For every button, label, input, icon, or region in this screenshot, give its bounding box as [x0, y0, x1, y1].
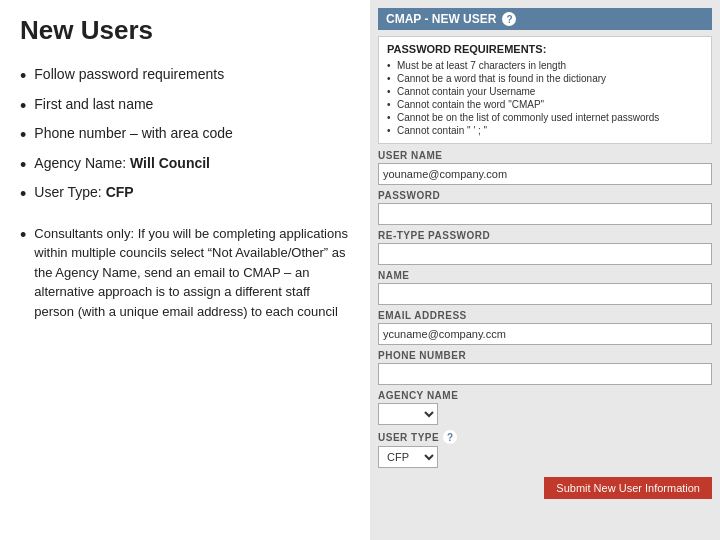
retype-password-input[interactable]	[378, 243, 712, 265]
list-item: Agency Name: Will Council	[20, 155, 350, 177]
agency-label: AGENCY NAME	[378, 390, 712, 401]
username-label: USER NAME	[378, 150, 712, 161]
usertype-label: USER TYPE ?	[378, 430, 712, 444]
phone-label: PHONE NUMBER	[378, 350, 712, 361]
bullet-text: Phone number – with area code	[34, 125, 232, 141]
username-section: USER NAME	[378, 150, 712, 185]
name-label: NAME	[378, 270, 712, 281]
password-rules-list: Must be at least 7 characters in length …	[387, 59, 703, 137]
password-rule: Cannot contain " ' ; "	[387, 124, 703, 137]
retype-password-label: RE-TYPE PASSWORD	[378, 230, 712, 241]
consultants-item: Consultants only: If you will be complet…	[20, 224, 350, 322]
name-input[interactable]	[378, 283, 712, 305]
help-icon[interactable]: ?	[502, 12, 516, 26]
bold-text: Will Council	[130, 155, 210, 171]
usertype-help-icon[interactable]: ?	[443, 430, 457, 444]
left-panel: New Users Follow password requirements F…	[0, 0, 370, 540]
submit-row: Submit New User Information	[378, 473, 712, 499]
bullet-list: Follow password requirements First and l…	[20, 66, 350, 206]
password-section: PASSWORD	[378, 190, 712, 225]
phone-input[interactable]	[378, 363, 712, 385]
list-item: Follow password requirements	[20, 66, 350, 88]
password-requirements-box: PASSWORD REQUIREMENTS: Must be at least …	[378, 36, 712, 144]
list-item: User Type: CFP	[20, 184, 350, 206]
password-input[interactable]	[378, 203, 712, 225]
phone-section: PHONE NUMBER	[378, 350, 712, 385]
password-rule: Cannot be a word that is found in the di…	[387, 72, 703, 85]
form-container: CMAP - NEW USER ? PASSWORD REQUIREMENTS:…	[378, 8, 712, 499]
password-label: PASSWORD	[378, 190, 712, 201]
email-input[interactable]	[378, 323, 712, 345]
list-item: First and last name	[20, 96, 350, 118]
password-rule: Must be at least 7 characters in length	[387, 59, 703, 72]
bullet-text: User Type: CFP	[34, 184, 133, 200]
password-rule: Cannot be on the list of commonly used i…	[387, 111, 703, 124]
agency-select[interactable]	[378, 403, 438, 425]
bullet-text: Agency Name: Will Council	[34, 155, 210, 171]
form-title: CMAP - NEW USER	[386, 12, 496, 26]
usertype-select[interactable]: CFP	[378, 446, 438, 468]
username-input[interactable]	[378, 163, 712, 185]
password-title: PASSWORD REQUIREMENTS:	[387, 43, 703, 55]
usertype-section: USER TYPE ? CFP	[378, 430, 712, 468]
bold-text: CFP	[106, 184, 134, 200]
consultants-text: Consultants only: If you will be complet…	[34, 224, 350, 322]
password-rule: Cannot contain the word "CMAP"	[387, 98, 703, 111]
retype-password-section: RE-TYPE PASSWORD	[378, 230, 712, 265]
form-header: CMAP - NEW USER ?	[378, 8, 712, 30]
password-rule: Cannot contain your Username	[387, 85, 703, 98]
list-item: Phone number – with area code	[20, 125, 350, 147]
bullet-text: First and last name	[34, 96, 153, 112]
name-section: NAME	[378, 270, 712, 305]
right-panel: CMAP - NEW USER ? PASSWORD REQUIREMENTS:…	[370, 0, 720, 540]
page-title: New Users	[20, 15, 350, 46]
email-section: EMAIL ADDRESS	[378, 310, 712, 345]
email-label: EMAIL ADDRESS	[378, 310, 712, 321]
bullet-text: Follow password requirements	[34, 66, 224, 82]
submit-button[interactable]: Submit New User Information	[544, 477, 712, 499]
agency-section: AGENCY NAME	[378, 390, 712, 425]
